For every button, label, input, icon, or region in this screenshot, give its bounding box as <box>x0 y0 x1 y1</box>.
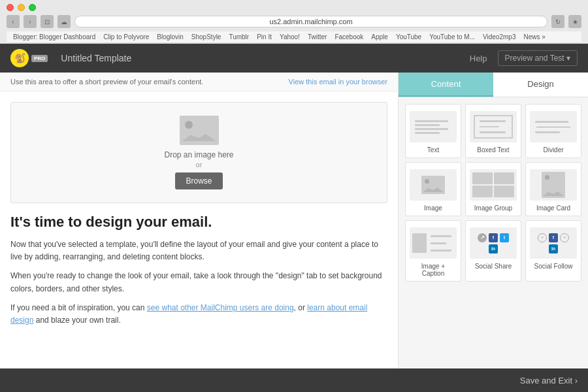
block-image-label: Image <box>410 204 457 212</box>
preview-hint: Use this area to offer a short preview o… <box>10 78 203 86</box>
back-button[interactable]: ‹ <box>7 15 20 28</box>
preview-line <box>415 124 440 126</box>
preview-line <box>480 120 506 122</box>
block-text-label: Text <box>410 146 457 154</box>
social-follow-preview-inner: + f + in <box>530 231 577 256</box>
preview-line <box>415 132 440 134</box>
follow-icon-circle2: + <box>560 233 569 242</box>
email-content: Drop an image here or Browse It's time t… <box>0 91 398 344</box>
block-divider-label: Divider <box>530 146 577 154</box>
img-thumb <box>494 186 514 197</box>
paragraph3-after: and blaze your own trail. <box>33 316 120 325</box>
social-share-preview-inner: ↗ f t in <box>470 231 517 256</box>
preview-test-button[interactable]: Preview and Test ▾ <box>498 50 578 66</box>
refresh-button[interactable]: ↻ <box>551 15 564 28</box>
preview-line <box>415 120 448 122</box>
image-drop-zone[interactable]: Drop an image here or Browse <box>10 102 387 203</box>
app-window: 🐒 PRO Untitled Template Help Preview and… <box>0 44 588 380</box>
email-paragraph-3: If you need a bit of inspiration, you ca… <box>10 302 387 327</box>
star-button[interactable]: ★ <box>568 15 581 28</box>
block-image-group-label: Image Group <box>470 204 517 212</box>
content-tabs: Content Design <box>399 73 588 97</box>
paragraph3-before: If you need a bit of inspiration, you ca… <box>10 303 147 312</box>
block-divider[interactable]: Divider <box>525 104 581 158</box>
block-image-card[interactable]: Image Card <box>525 162 581 216</box>
mailchimp-users-link[interactable]: see what other MailChimp users are doing <box>147 303 294 312</box>
block-image[interactable]: Image <box>405 162 461 216</box>
bookmark-item[interactable]: Apple <box>371 33 388 41</box>
save-exit-button[interactable]: Save and Exit › <box>520 376 578 385</box>
img-cap-image <box>412 233 427 253</box>
divider-line <box>536 127 570 127</box>
traffic-light-yellow[interactable] <box>18 4 25 11</box>
block-social-share[interactable]: ↗ f t in Social Share <box>465 220 521 282</box>
block-image-group[interactable]: Image Group <box>465 162 521 216</box>
social-share-preview: ↗ f t in <box>470 227 517 259</box>
bookmark-item[interactable]: YouTube <box>396 33 421 41</box>
preview-line <box>535 121 568 123</box>
share-icon-1: ↗ <box>478 233 487 242</box>
help-link[interactable]: Help <box>470 54 487 63</box>
image-block-preview-inner <box>421 176 445 194</box>
boxed-text-preview <box>470 111 517 142</box>
preview-line <box>431 250 451 252</box>
img-cap-lines <box>428 233 454 253</box>
bookmark-item[interactable]: Video2mp3 <box>483 33 515 41</box>
tab-button[interactable]: ⊡ <box>41 15 54 28</box>
image-card-preview-inner <box>542 172 565 198</box>
social-follow-preview: + f + in <box>530 227 577 259</box>
header-actions: Help Preview and Test ▾ <box>470 50 578 66</box>
block-social-share-label: Social Share <box>470 263 517 270</box>
bookmark-item[interactable]: News » <box>523 33 545 41</box>
drop-text: Drop an image here <box>24 150 374 159</box>
browse-button[interactable]: Browse <box>175 172 222 189</box>
email-heading: It's time to design your email. <box>10 214 387 231</box>
preview-line <box>480 126 499 128</box>
cloud-button[interactable]: ☁ <box>57 15 71 28</box>
bookmark-item[interactable]: Blogger: Blogger Dashboard <box>13 33 95 41</box>
block-social-follow-label: Social Follow <box>530 263 577 270</box>
image-preview <box>410 169 457 201</box>
traffic-light-green[interactable] <box>29 4 36 11</box>
block-boxed-text[interactable]: Boxed Text <box>465 104 521 158</box>
bottom-bar: Save and Exit › <box>0 368 588 392</box>
bookmark-item[interactable]: Twitter <box>308 33 327 41</box>
image-group-preview-inner <box>470 170 517 200</box>
image-placeholder-icon <box>180 116 219 145</box>
traffic-lights <box>7 4 581 11</box>
block-image-card-label: Image Card <box>530 204 577 212</box>
address-bar[interactable]: us2.admin.mailchimp.com <box>74 16 547 27</box>
view-in-browser-link[interactable]: View this email in your browser <box>289 78 387 86</box>
bookmark-item[interactable]: YouTube to M... <box>429 33 475 41</box>
block-image-caption-label: Image + Caption <box>410 263 457 277</box>
follow-icon-in: in <box>549 244 558 253</box>
preview-line <box>415 128 448 130</box>
right-panel: Content Design Text <box>399 73 588 380</box>
bookmark-item[interactable]: Bloglovin <box>157 33 184 41</box>
block-boxed-text-label: Boxed Text <box>470 146 517 154</box>
bookmark-item[interactable]: ShopStyle <box>191 33 221 41</box>
block-text[interactable]: Text <box>405 104 461 158</box>
app-header: 🐒 PRO Untitled Template Help Preview and… <box>0 44 588 73</box>
share-icon-tw: t <box>500 233 509 242</box>
forward-button[interactable]: › <box>24 15 37 28</box>
app-logo: 🐒 PRO <box>10 49 48 67</box>
tab-design[interactable]: Design <box>493 73 588 97</box>
email-paragraph-1: Now that you've selected a template, you… <box>10 238 387 263</box>
drop-or: or <box>24 161 374 169</box>
share-icon-in: in <box>489 244 498 253</box>
preview-line <box>535 131 560 133</box>
bookmark-item[interactable]: Clip to Polyvore <box>103 33 149 41</box>
tab-content[interactable]: Content <box>399 73 493 97</box>
block-image-caption[interactable]: Image + Caption <box>405 220 461 282</box>
preview-line <box>431 235 451 237</box>
bookmark-item[interactable]: Facebook <box>335 33 363 41</box>
block-social-follow[interactable]: + f + in Social Follow <box>525 220 581 282</box>
bookmark-item[interactable]: Pin It <box>257 33 272 41</box>
bookmark-item[interactable]: Yahoo! <box>280 33 300 41</box>
blocks-grid: Text Boxed Text <box>399 97 588 288</box>
traffic-light-red[interactable] <box>7 4 14 11</box>
app-title: Untitled Template <box>61 53 469 63</box>
email-paragraph-2: When you're ready to change the look of … <box>10 270 387 295</box>
bookmark-item[interactable]: Tumblr <box>229 33 249 41</box>
